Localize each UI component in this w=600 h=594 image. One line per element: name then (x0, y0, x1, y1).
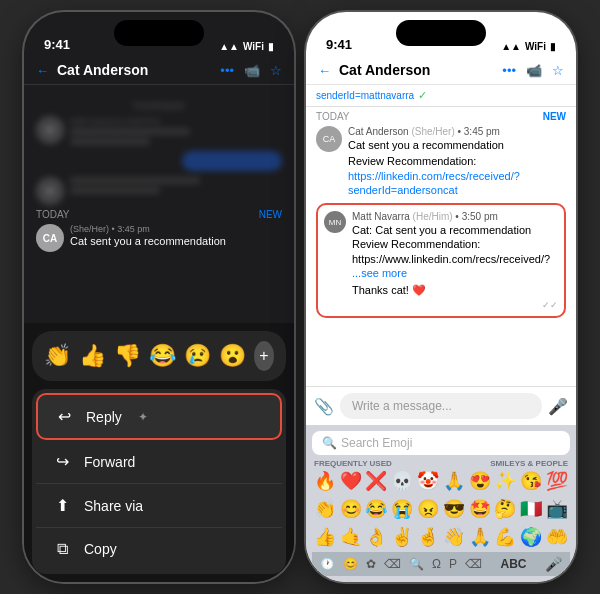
status-icons-left: ▲▲ WiFi ▮ (219, 41, 274, 52)
attach-icon[interactable]: 📎 (314, 397, 334, 416)
emoji-smile[interactable]: 😊 (338, 496, 364, 522)
emoji-angry[interactable]: 😠 (415, 496, 441, 522)
message-input-field[interactable]: Write a message... (340, 393, 542, 419)
emoji-laugh[interactable]: 😂 (149, 343, 176, 369)
emoji-fire[interactable]: 🔥 (312, 468, 338, 494)
emoji-peace[interactable]: ✌️ (389, 524, 415, 550)
emoji-star-struck[interactable]: 🤩 (467, 496, 493, 522)
emoji-sob[interactable]: 😭 (389, 496, 415, 522)
abc-button[interactable]: ABC (501, 557, 527, 571)
last-message-row: CA (She/Her) • 3:45 pm Cat sent you a re… (36, 224, 282, 252)
message-input-bar: 📎 Write a message... 🎤 (306, 386, 576, 425)
nav-title-right: Cat Anderson (339, 62, 494, 78)
del-icon[interactable]: ⌫ (465, 557, 482, 571)
cat-sender-info-left: (She/Her) • 3:45 pm (70, 224, 282, 234)
avatar-blur-1: M (36, 116, 64, 144)
today-new-row: TODAY NEW (316, 111, 566, 122)
wifi-icon-right: WiFi (525, 41, 546, 52)
emoji-reaction-tray: 👏 👍 👎 😂 😢 😮 + (32, 331, 286, 381)
nav-title-left: Cat Anderson (57, 62, 212, 78)
mic-icon-input[interactable]: 🎤 (548, 397, 568, 416)
emoji-pray[interactable]: 🙏 (441, 468, 467, 494)
video-icon-left[interactable]: 📹 (244, 63, 260, 78)
emoji-clap2[interactable]: 👏 (312, 496, 338, 522)
read-checkmark: ✓✓ (352, 300, 558, 310)
left-phone: 9:41 ▲▲ WiFi ▮ ← Cat Anderson ••• 📹 ☆ TH… (24, 12, 294, 582)
emoji-muscle[interactable]: 💪 (493, 524, 519, 550)
today-label-left: TODAY (36, 209, 70, 220)
reply-menu-item[interactable]: ↩ Reply ✦ (36, 393, 282, 440)
back-button-left[interactable]: ← (36, 63, 49, 78)
emoji-skull[interactable]: 💀 (389, 468, 415, 494)
star-icon-left[interactable]: ☆ (270, 63, 282, 78)
emoji-pray2[interactable]: 🙏 (467, 524, 493, 550)
signal-icon-right: ▲▲ (501, 41, 521, 52)
emoji-flag-it[interactable]: 🇮🇹 (518, 496, 544, 522)
status-time-right: 9:41 (326, 37, 352, 52)
new-label-left: NEW (259, 209, 282, 220)
emoji-cross[interactable]: ❌ (364, 468, 390, 494)
thursday-label: THURSDAY (36, 101, 282, 112)
video-icon-right[interactable]: 📹 (526, 63, 542, 78)
emoji-thumbsup2[interactable]: 👍 (312, 524, 338, 550)
share-menu-item[interactable]: ⬆ Share via (36, 484, 282, 528)
emoji-think[interactable]: 🤔 (493, 496, 519, 522)
emoji-fingers-crossed[interactable]: 🤞 (415, 524, 441, 550)
emoji-sparkle[interactable]: ✨ (493, 468, 519, 494)
last-message-bubble: (She/Her) • 3:45 pm Cat sent you a recom… (70, 224, 282, 247)
emoji-bottom-icons: 🕐 😊 ✿ ⌫ 🔍 Ω P ⌫ (320, 557, 482, 571)
mic-icon-keyboard[interactable]: 🎤 (545, 556, 562, 572)
p-icon[interactable]: P (449, 557, 457, 571)
emoji-eyes[interactable]: 😍 (467, 468, 493, 494)
star-icon-right[interactable]: ☆ (552, 63, 564, 78)
emoji-thumbs-up[interactable]: 👍 (79, 343, 106, 369)
matt-avatar-right: MN (324, 211, 346, 233)
battery-icon-left: ▮ (268, 41, 274, 52)
chat-content-left: THURSDAY M Matt Navarra (He/Him) M (24, 85, 294, 582)
emoji-tv[interactable]: 📺 (544, 496, 570, 522)
smiley-tab-icon[interactable]: 😊 (343, 557, 358, 571)
reply-icon: ↩ (54, 407, 74, 426)
search-icon[interactable]: 🔍 (409, 557, 424, 571)
right-messages-area: TODAY NEW CA Cat Anderson (She/Her) • 3:… (306, 107, 576, 386)
emoji-thumbs-down[interactable]: 👎 (114, 343, 141, 369)
emoji-pray3[interactable]: 🤲 (544, 524, 570, 550)
emoji-wow[interactable]: 😮 (219, 343, 246, 369)
forward-menu-item[interactable]: ↪ Forward (36, 440, 282, 484)
more-icon-left[interactable]: ••• (220, 63, 234, 78)
copy-menu-item[interactable]: ⧉ Copy (36, 528, 282, 570)
emoji-earth[interactable]: 🌍 (518, 524, 544, 550)
emoji-heart[interactable]: ❤️ (338, 468, 364, 494)
url-bar: senderId=mattnavarra ✓ (306, 85, 576, 107)
emoji-clown[interactable]: 🤡 (415, 468, 441, 494)
emoji-laugh2[interactable]: 😂 (364, 496, 390, 522)
emoji-cry[interactable]: 😢 (184, 343, 211, 369)
today-section-left: TODAY NEW CA (She/Her) • 3:45 pm Cat sen… (36, 209, 282, 252)
nav-actions-right: ••• 📹 ☆ (502, 63, 564, 78)
emoji-cool[interactable]: 😎 (441, 496, 467, 522)
emoji-callme[interactable]: 🤙 (338, 524, 364, 550)
forward-label: Forward (84, 454, 135, 470)
emoji-kiss[interactable]: 😘 (518, 468, 544, 494)
cat-link[interactable]: https://linkedin.com/recs/received/?send… (348, 169, 566, 198)
emoji-search-bar[interactable]: 🔍 Search Emoji (312, 431, 570, 455)
symbols-tab-icon[interactable]: ✿ (366, 557, 376, 571)
emoji-clap[interactable]: 👏 (44, 343, 71, 369)
back-button-right[interactable]: ← (318, 63, 331, 78)
matt-sender-right: Matt Navarra (He/Him) • 3:50 pm (352, 211, 558, 222)
emoji-bottom-bar: 🕐 😊 ✿ ⌫ 🔍 Ω P ⌫ ABC 🎤 (312, 552, 570, 576)
emoji-wave[interactable]: 👋 (441, 524, 467, 550)
emoji-100[interactable]: 💯 (544, 468, 570, 494)
more-icon-right[interactable]: ••• (502, 63, 516, 78)
backspace-icon[interactable]: ⌫ (384, 557, 401, 571)
emoji-ok[interactable]: 👌 (364, 524, 390, 550)
omega-icon[interactable]: Ω (432, 557, 441, 571)
cat-message-left: Cat sent you a recommendation (70, 235, 282, 247)
add-emoji-button[interactable]: + (254, 341, 274, 371)
recent-icon[interactable]: 🕐 (320, 557, 335, 571)
dynamic-island-left (114, 20, 204, 46)
see-more-link[interactable]: ...see more (352, 267, 407, 279)
reply-label: Reply (86, 409, 122, 425)
cat-review-text: Review Recommendation: (348, 154, 566, 168)
url-text: senderId=mattnavarra (316, 90, 414, 101)
